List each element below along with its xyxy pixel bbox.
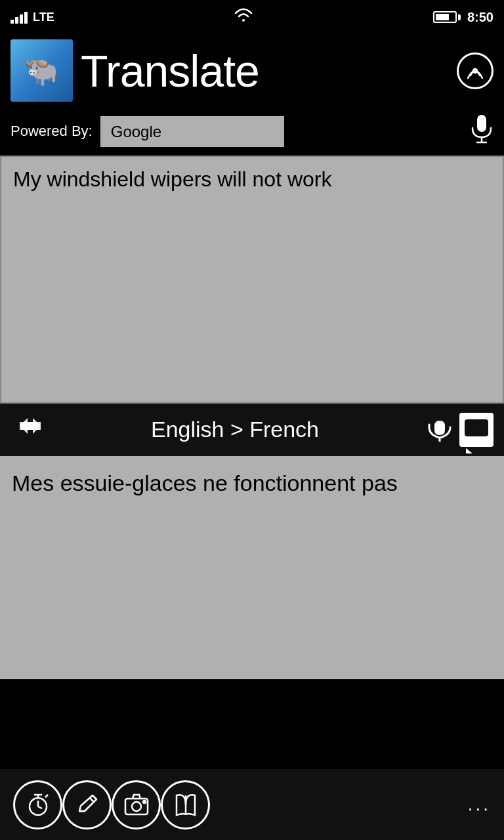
svg-line-12	[45, 795, 48, 797]
translated-text: Mes essuie-glaces ne fonctionnent pas	[12, 471, 398, 495]
status-bar: LTE 8:50	[0, 0, 504, 34]
status-left: LTE	[10, 10, 54, 24]
provider-select[interactable]: Google Bing Yandex	[100, 116, 284, 147]
svg-line-13	[90, 798, 94, 802]
language-direction-label: English > French	[50, 417, 420, 442]
swap-languages-button[interactable]	[10, 414, 50, 446]
language-bar: English > French	[0, 404, 504, 456]
svg-rect-5	[465, 419, 488, 436]
app-logo: 🐃	[10, 39, 73, 102]
mic-button[interactable]	[470, 114, 494, 149]
svg-point-17	[143, 801, 146, 803]
broadcast-icon[interactable]	[457, 52, 494, 89]
history-button[interactable]	[13, 780, 62, 830]
battery-indicator	[433, 11, 461, 23]
listen-button[interactable]	[420, 413, 459, 447]
input-textarea[interactable]: My windshield wipers will not work	[13, 167, 491, 384]
edit-button[interactable]	[62, 780, 112, 830]
svg-line-9	[38, 807, 42, 808]
bottom-nav: ...	[0, 769, 504, 840]
output-area: Mes essuie-glaces ne fonctionnent pas	[0, 456, 504, 679]
svg-marker-6	[465, 436, 473, 441]
app-header: 🐃 Translate	[0, 34, 504, 107]
powered-by-label: Powered By:	[10, 123, 93, 140]
app-title: Translate	[81, 45, 449, 96]
svg-point-16	[132, 802, 141, 811]
clock: 8:50	[467, 10, 494, 25]
camera-button[interactable]	[112, 780, 161, 830]
dictionary-button[interactable]	[161, 780, 210, 830]
more-button[interactable]: ...	[468, 794, 491, 815]
wifi-icon	[234, 7, 253, 27]
powered-by-row: Powered By: Google Bing Yandex	[0, 107, 504, 156]
signal-bars	[10, 10, 28, 24]
network-type: LTE	[33, 10, 54, 24]
chat-button[interactable]	[459, 413, 494, 447]
input-area[interactable]: My windshield wipers will not work	[0, 156, 504, 404]
status-right: 8:50	[433, 10, 494, 25]
svg-rect-1	[477, 115, 486, 132]
